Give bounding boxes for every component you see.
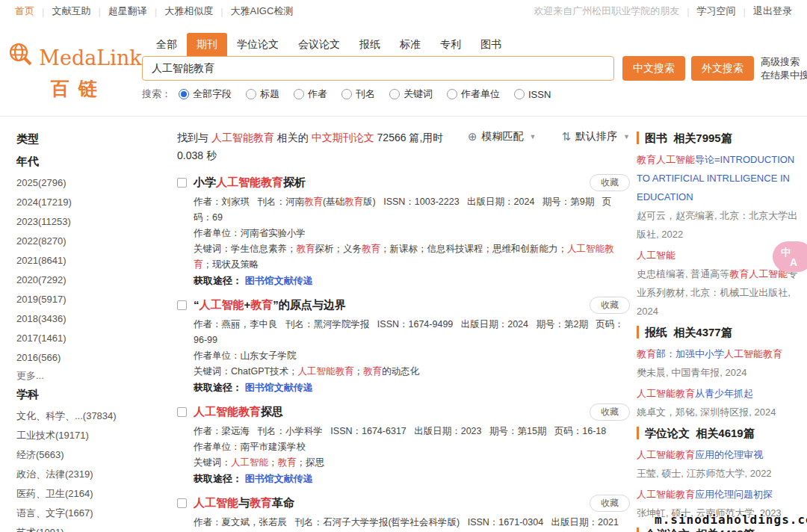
advanced-search-link[interactable]: 高级搜索 (761, 55, 807, 69)
filter-subject-header: 学科 (16, 387, 162, 402)
library-delivery-link[interactable]: 图书馆文献传递 (245, 382, 313, 393)
result-title[interactable]: 人工智能与教育革命 (194, 496, 590, 510)
tab-book[interactable]: 图书 (471, 33, 511, 57)
year-filter-item[interactable]: 2023(11253) (16, 212, 162, 232)
search-field-title[interactable]: 标题 (246, 87, 279, 101)
result-title[interactable]: 人工智能教育探思 (194, 405, 590, 419)
radio-icon (514, 89, 525, 99)
tab-conference-paper[interactable]: 会议论文 (288, 33, 350, 57)
divider: | (98, 6, 100, 17)
favorite-button[interactable]: 收藏 (590, 297, 630, 314)
logo[interactable]: MedaLink 百链 (10, 40, 137, 101)
topbar-link-chaoxing-translate[interactable]: 超星翻译 (108, 4, 147, 18)
favorite-button[interactable]: 收藏 (590, 495, 630, 512)
tab-patent[interactable]: 专利 (430, 33, 471, 57)
topbar-link-document-mutual-help[interactable]: 文献互助 (52, 4, 90, 18)
year-filter-item[interactable]: 2019(5917) (16, 290, 162, 309)
search-field-author-affiliation[interactable]: 作者单位 (447, 87, 500, 101)
access-label: 获取途径： (194, 473, 242, 484)
search-field-all-fields[interactable]: 全部字段 (179, 87, 232, 101)
search-field-author[interactable]: 作者 (294, 87, 327, 101)
favorite-button[interactable]: 收藏 (590, 403, 630, 421)
search-field-keyword[interactable]: 关键词 (389, 87, 433, 101)
results-area: 找到与 人工智能教育 相关的 中文期刊论文 72566 篇,用时 0.038 秒… (177, 129, 630, 532)
divider: | (220, 6, 223, 17)
chevron-down-icon: ▼ (530, 133, 537, 140)
filter-year-header: 年代 (16, 154, 162, 169)
result-checkbox[interactable] (177, 498, 187, 508)
search-field-journal-name[interactable]: 刊名 (341, 87, 375, 101)
topbar-link-daya-similarity[interactable]: 大雅相似度 (164, 4, 213, 18)
library-delivery-link[interactable]: 图书馆文献传递 (245, 473, 313, 484)
sort-dropdown[interactable]: ⇅ 默认排序 ▼ (562, 130, 631, 143)
tab-degree-thesis[interactable]: 学位论文 (227, 33, 288, 57)
year-filter-item[interactable]: 2016(566) (16, 348, 162, 368)
related-sidebar: 图书 相关7995篇 教育人工智能导论=INTRODUCTION TO ARTI… (637, 132, 803, 532)
fuzzy-match-icon: ⊕ (468, 130, 477, 143)
library-delivery-link[interactable]: 图书馆文献传递 (245, 275, 313, 286)
result-affiliation: 作者单位：河南省实验小学 (177, 226, 630, 241)
radio-label: 全部字段 (193, 87, 232, 101)
topbar-link-home[interactable]: 首页 (15, 4, 34, 18)
related-book-link[interactable]: 教育人工智能导论=INTRODUCTION TO ARTIFICIAL INTR… (637, 150, 803, 206)
subject-filter-item[interactable]: 工业技术(19171) (16, 426, 162, 445)
watermark: m.sinodiaholdings.com (655, 513, 807, 527)
logo-subtitle: 百链 (10, 76, 137, 101)
year-filter-item[interactable]: 2021(8641) (16, 251, 162, 270)
subject-filter-item[interactable]: 语言、文字(1667) (16, 504, 162, 523)
tab-journal[interactable]: 期刊 (187, 33, 227, 57)
radio-icon (294, 89, 304, 99)
chinese-search-button[interactable]: 中文搜索 (622, 56, 685, 81)
access-label: 获取途径： (194, 275, 242, 286)
result-affiliation: 作者单位：山东女子学院 (177, 348, 630, 364)
results-controls: ⊕ 模糊匹配 ▼ ⇅ 默认排序 ▼ (468, 129, 630, 164)
result-meta: 作者：刘家琪 刊名：河南教育(基础教育版) ISSN：1003-2223 出版日… (177, 194, 630, 226)
year-filter-item[interactable]: 2020(7292) (16, 270, 162, 290)
related-newspaper-link[interactable]: 教育部：加强中小学人工智能教育 (637, 344, 803, 363)
subject-filter-item[interactable]: 政治、法律(2319) (16, 465, 162, 484)
result-title[interactable]: “人工智能+教育”的原点与边界 (194, 298, 590, 312)
radio-list: 全部字段标题作者刊名关键词作者单位ISSN (179, 87, 565, 101)
related-thesis-link[interactable]: 人工智能教育应用伦理问题初探 (637, 485, 803, 504)
year-filter-item[interactable]: 2024(17219) (16, 193, 162, 212)
year-filter-item[interactable]: 2018(3436) (16, 309, 162, 329)
result-title[interactable]: 小学人工智能教育探析 (194, 176, 590, 190)
related-newspaper-meta: 姚卓文，郑铭, 深圳特区报, 2024 (637, 403, 803, 421)
subject-filter-item[interactable]: 医药、卫生(2164) (16, 484, 162, 504)
year-filter-item[interactable]: 2025(2796) (16, 173, 162, 193)
topbar-link-daya-aigc-detect[interactable]: 大雅AIGC检测 (231, 4, 294, 18)
search-field-issn[interactable]: ISSN (514, 89, 551, 100)
favorite-button[interactable]: 收藏 (590, 174, 630, 191)
related-conference-header: 会议论文 相关4408篇 (637, 528, 803, 532)
topbar-nav: 首页|文献互助|超星翻译|大雅相似度|大雅AIGC检测 (15, 4, 293, 18)
search-in-results-link[interactable]: 在结果中搜 (761, 69, 807, 82)
foreign-search-button[interactable]: 外文搜索 (691, 56, 754, 81)
result-checkbox[interactable] (177, 178, 187, 188)
translate-fab-button[interactable]: 中 A (773, 241, 807, 272)
divider: | (42, 6, 44, 17)
tab-standard[interactable]: 标准 (390, 33, 430, 57)
match-mode-dropdown[interactable]: ⊕ 模糊匹配 ▼ (468, 130, 537, 143)
search-field-label: 搜索： (142, 87, 171, 101)
subject-filter-item[interactable]: 艺术(1091) (16, 523, 162, 532)
result-checkbox[interactable] (177, 407, 187, 417)
subject-filter-item[interactable]: 文化、科学、...(37834) (16, 406, 162, 426)
related-newspaper-link[interactable]: 人工智能教育从青少年抓起 (637, 384, 803, 403)
logout-link[interactable]: 退出登录 (753, 4, 792, 18)
year-filter-item[interactable]: 2022(8270) (16, 232, 162, 251)
tab-all[interactable]: 全部 (146, 33, 187, 57)
related-book-meta: 赵可云，赵亮编著, 北京：北京大学出版社, 2022 (637, 206, 803, 244)
result-checkbox[interactable] (177, 300, 187, 310)
related-thesis-link[interactable]: 人工智能教育应用的伦理审视 (637, 445, 803, 464)
year-filter-item[interactable]: 2017(1461) (16, 329, 162, 348)
access-row: 获取途径： 图书馆文献传递 (177, 471, 630, 487)
result-keywords: 关键词：学生信息素养；教育探析；义务教育；新课标；信息科技课程；思维和创新能力；… (177, 241, 630, 273)
subject-filter-item[interactable]: 经济(5663) (16, 445, 162, 465)
logo-title: MedaLink (39, 46, 141, 69)
tab-newspaper[interactable]: 报纸 (350, 33, 390, 57)
learning-space-link[interactable]: 学习空间 (697, 4, 736, 18)
year-more-link[interactable]: 更多... (16, 368, 162, 384)
search-input[interactable] (142, 56, 614, 81)
result-meta: 作者：梁远海 刊名：小学科学 ISSN：1674-6317 出版日期：2023 … (177, 424, 630, 439)
radio-label: 作者 (308, 87, 327, 101)
